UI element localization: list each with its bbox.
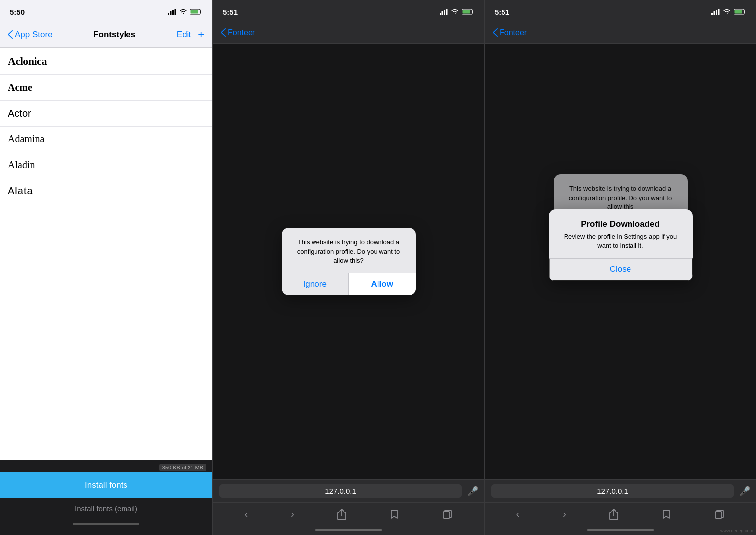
browser-content-2: This website is trying to download a con… <box>213 44 484 479</box>
svg-rect-15 <box>716 10 717 15</box>
dialog-actions-2: Ignore Allow <box>282 273 416 295</box>
svg-rect-19 <box>715 512 722 518</box>
address-bar-2: 127.0.0.1 🎤 <box>213 479 484 502</box>
font-name-adamina: Adamina <box>8 134 44 144</box>
bookmarks-icon-2[interactable] <box>389 508 399 520</box>
tabs-icon-3[interactable] <box>714 508 724 520</box>
svg-rect-5 <box>191 10 198 14</box>
font-name-acme: Acme <box>8 82 32 93</box>
home-indicator <box>73 523 139 525</box>
back-label-3: Fonteer <box>500 28 527 37</box>
browser-content-3: This website is trying to download a con… <box>485 44 756 479</box>
back-label: App Store <box>15 30 53 40</box>
share-icon-2[interactable] <box>337 508 346 520</box>
back-nav-icon-3[interactable]: ‹ <box>516 508 520 520</box>
signal-icon-3 <box>711 9 720 15</box>
battery-icon <box>190 9 202 15</box>
svg-rect-0 <box>168 13 169 15</box>
dialog-overlay-2: This website is trying to download a con… <box>213 44 484 479</box>
chevron-left-icon-2 <box>221 28 226 37</box>
svg-rect-3 <box>175 9 176 15</box>
nav-bar-1: App Store Fontstyles Edit + <box>0 22 212 48</box>
svg-rect-8 <box>444 10 445 15</box>
download-dialog: This website is trying to download a con… <box>282 228 416 295</box>
svg-rect-9 <box>446 9 448 15</box>
profile-dialog-title: Profile Downloaded <box>557 219 685 229</box>
status-bar-3: 5:51 <box>485 0 756 22</box>
nav-bar-2: Fonteer <box>213 22 484 44</box>
font-item-actor[interactable]: Actor <box>0 101 212 127</box>
wifi-icon-3 <box>723 9 731 15</box>
wifi-icon <box>179 9 187 15</box>
home-indicator-2 <box>315 529 382 531</box>
chevron-left-icon <box>8 30 13 39</box>
url-input-3[interactable]: 127.0.0.1 <box>491 484 734 498</box>
dialog-body-2: This website is trying to download a con… <box>282 228 416 273</box>
font-item-alata[interactable]: Alata <box>0 178 212 203</box>
watermark: www.deueg.com <box>720 528 753 533</box>
status-icons-2 <box>440 9 474 15</box>
font-item-adamina[interactable]: Adamina <box>0 127 212 152</box>
install-fonts-button[interactable]: Install fonts <box>0 472 212 498</box>
status-bar-2: 5:51 <box>213 0 484 22</box>
panel-fontstyles: 5:50 <box>0 0 212 535</box>
install-fonts-email-button[interactable]: Install fonts (email) <box>0 498 212 519</box>
svg-rect-18 <box>735 10 742 14</box>
share-icon-3[interactable] <box>609 508 618 520</box>
back-nav-icon-2[interactable]: ‹ <box>245 508 248 520</box>
back-button[interactable]: App Store <box>8 30 53 40</box>
tabs-icon-2[interactable] <box>442 508 452 520</box>
font-item-aladin[interactable]: Aladin <box>0 152 212 178</box>
bookmarks-icon-3[interactable] <box>661 508 671 520</box>
panel-profile-downloaded: 5:51 Fonteer <box>484 0 756 535</box>
back-button-3[interactable]: Fonteer <box>493 28 527 37</box>
font-name-actor: Actor <box>8 108 31 119</box>
profile-dialog-body: Profile Downloaded Review the profile in… <box>549 209 693 258</box>
font-name-aladin: Aladin <box>8 159 35 170</box>
font-name-aclonica: Aclonica <box>8 55 47 67</box>
edit-button[interactable]: Edit <box>177 30 191 40</box>
font-list: Aclonica Acme Actor Adamina Aladin Alata <box>0 48 212 460</box>
profile-downloaded-dialog: Profile Downloaded Review the profile in… <box>549 209 693 281</box>
svg-rect-16 <box>718 9 720 15</box>
svg-rect-11 <box>463 10 470 14</box>
url-input-2[interactable]: 127.0.0.1 <box>219 484 462 498</box>
svg-rect-12 <box>443 512 450 518</box>
status-icons-3 <box>711 9 746 15</box>
forward-nav-icon-2[interactable]: › <box>291 508 294 520</box>
add-button[interactable]: + <box>198 28 204 41</box>
signal-icon <box>168 9 176 15</box>
font-item-acme[interactable]: Acme <box>0 75 212 101</box>
mic-icon-2[interactable]: 🎤 <box>467 486 478 497</box>
dialog-message-2: This website is trying to download a con… <box>290 238 408 265</box>
battery-icon-2 <box>462 9 474 15</box>
ignore-button[interactable]: Ignore <box>282 273 349 295</box>
status-time-2: 5:51 <box>223 8 238 16</box>
signal-icon-2 <box>440 9 448 15</box>
browser-nav-2: ‹ › <box>213 502 484 525</box>
nav-actions-1: Edit + <box>177 28 204 41</box>
wifi-icon-2 <box>451 9 459 15</box>
back-button-2[interactable]: Fonteer <box>221 28 255 37</box>
font-item-aclonica[interactable]: Aclonica <box>0 48 212 75</box>
panel-download-dialog: 5:51 Fonteer <box>212 0 484 535</box>
svg-rect-14 <box>714 11 715 15</box>
nav-title-1: Fontstyles <box>93 30 135 40</box>
back-label-2: Fonteer <box>228 28 255 37</box>
svg-rect-13 <box>711 13 713 15</box>
install-bar: 350 KB of 21 MB Install fonts Install fo… <box>0 460 212 535</box>
font-name-alata: Alata <box>8 185 33 196</box>
mic-icon-3[interactable]: 🎤 <box>739 486 750 497</box>
nav-bar-3: Fonteer <box>485 22 756 44</box>
address-bar-3: 127.0.0.1 🎤 <box>485 479 756 502</box>
battery-icon-3 <box>734 9 746 15</box>
status-icons-1 <box>168 9 202 15</box>
status-time-3: 5:51 <box>495 8 509 16</box>
close-button[interactable]: Close <box>549 258 693 281</box>
chevron-left-icon-3 <box>493 28 498 37</box>
svg-rect-7 <box>442 11 443 15</box>
allow-button[interactable]: Allow <box>348 273 416 295</box>
svg-rect-2 <box>172 10 174 15</box>
forward-nav-icon-3[interactable]: › <box>563 508 566 520</box>
bg-dialog-message-3: This website is trying to download a con… <box>562 184 680 211</box>
